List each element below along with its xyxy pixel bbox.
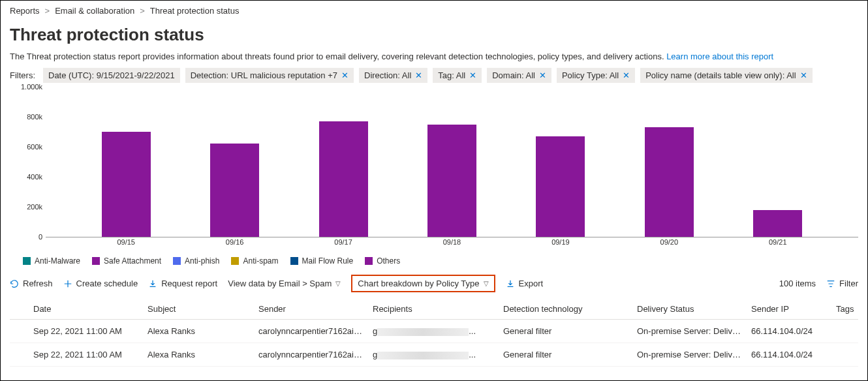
filter-pill[interactable]: Domain: All✕	[487, 68, 551, 83]
page-description: The Threat protection status report prov…	[10, 52, 858, 61]
filter-pill[interactable]: Detection: URL malicious reputation +7✕	[185, 68, 354, 83]
table-row[interactable]: Sep 22, 2021 11:00 AMAlexa Rankscarolynn…	[10, 320, 858, 343]
legend-item[interactable]: Others	[365, 256, 400, 266]
chart-bar[interactable]	[645, 127, 694, 237]
filter-pill[interactable]: Policy Type: All✕	[557, 68, 635, 83]
breadcrumb-item[interactable]: Email & collaboration	[55, 6, 134, 16]
close-icon[interactable]: ✕	[415, 70, 422, 80]
item-count: 100 items	[779, 279, 816, 288]
filter-pill[interactable]: Date (UTC): 9/15/2021-9/22/2021	[43, 68, 180, 83]
filter-icon	[826, 279, 835, 288]
data-table: DateSubjectSenderRecipientsDetection tec…	[10, 299, 858, 367]
export-button[interactable]: Export	[506, 279, 544, 288]
table-header[interactable]: Recipients	[369, 299, 499, 320]
filter-pill[interactable]: Tag: All✕	[433, 68, 482, 83]
chart-x-tick: 09/20	[636, 238, 702, 246]
download-icon	[148, 279, 157, 288]
table-header[interactable]: Detection technology	[499, 299, 633, 320]
plus-icon	[63, 279, 72, 288]
toolbar: Refresh Create schedule Request report V…	[10, 275, 858, 292]
chart-bar[interactable]	[753, 210, 802, 237]
filters-row: Filters: Date (UTC): 9/15/2021-9/22/2021…	[10, 68, 858, 83]
breadcrumb-item[interactable]: Reports	[10, 6, 40, 16]
legend-swatch	[23, 257, 31, 265]
chart-breakdown-dropdown[interactable]: Chart breakdown by Policy Type ▽	[351, 275, 495, 292]
chart-legend: Anti-MalwareSafe AttachmentAnti-phishAnt…	[10, 256, 858, 266]
close-icon[interactable]: ✕	[539, 70, 546, 80]
filter-pill[interactable]: Policy name (details table view only): A…	[640, 68, 813, 83]
redacted-text	[377, 328, 469, 336]
table-header[interactable]: Date	[29, 299, 144, 320]
filter-button[interactable]: Filter	[826, 279, 858, 288]
chart-x-tick: 09/18	[419, 238, 484, 246]
breadcrumb: Reports>Email & collaboration>Threat pro…	[10, 6, 858, 16]
refresh-icon	[10, 279, 19, 288]
table-header[interactable]: Sender IP	[747, 299, 832, 320]
redacted-text	[377, 352, 469, 359]
chart-bar[interactable]	[427, 125, 476, 237]
table-header[interactable]: Sender	[255, 299, 369, 320]
create-schedule-button[interactable]: Create schedule	[63, 279, 138, 288]
legend-swatch	[365, 257, 373, 265]
legend-swatch	[290, 257, 298, 265]
view-data-dropdown[interactable]: View data by Email > Spam ▽	[228, 279, 341, 288]
chart-x-tick: 09/21	[745, 238, 811, 246]
chart-bar[interactable]	[210, 144, 259, 237]
chevron-down-icon: ▽	[335, 280, 341, 287]
close-icon[interactable]: ✕	[469, 70, 476, 80]
chart-x-tick: 09/15	[93, 238, 159, 246]
chart-bar[interactable]	[319, 121, 368, 237]
table-header[interactable]: Subject	[144, 299, 255, 320]
request-report-button[interactable]: Request report	[148, 279, 217, 288]
filters-label: Filters:	[10, 70, 35, 80]
page-title: Threat protection status	[10, 25, 858, 45]
chart-plot	[46, 87, 858, 237]
chart-x-tick: 09/17	[311, 238, 376, 246]
legend-swatch	[231, 257, 239, 265]
legend-swatch	[92, 257, 100, 265]
learn-more-link[interactable]: Learn more about this report	[666, 52, 773, 61]
chart: 0200k400k600k800k1.000k 09/1509/1609/170…	[10, 87, 858, 254]
refresh-button[interactable]: Refresh	[10, 279, 53, 288]
legend-item[interactable]: Anti-spam	[231, 256, 278, 266]
table-header[interactable]: Tags	[832, 299, 858, 320]
chart-x-tick: 09/19	[528, 238, 593, 246]
close-icon[interactable]: ✕	[623, 70, 630, 80]
download-icon	[506, 279, 515, 288]
chart-bar[interactable]	[536, 136, 585, 237]
legend-item[interactable]: Safe Attachment	[92, 256, 161, 266]
close-icon[interactable]: ✕	[341, 70, 349, 80]
table-row[interactable]: Sep 22, 2021 11:00 AMAlexa Rankscarolynn…	[10, 343, 858, 367]
chart-x-axis: 09/1509/1609/1709/1809/1909/2009/21	[46, 238, 858, 246]
table-header[interactable]: Delivery Status	[633, 299, 747, 320]
chart-bar[interactable]	[102, 132, 151, 237]
legend-item[interactable]: Mail Flow Rule	[290, 256, 354, 266]
legend-item[interactable]: Anti-phish	[173, 256, 219, 266]
filter-pill[interactable]: Direction: All✕	[359, 68, 427, 83]
legend-item[interactable]: Anti-Malware	[23, 256, 80, 266]
close-icon[interactable]: ✕	[800, 70, 807, 80]
breadcrumb-item: Threat protection status	[150, 6, 240, 16]
chevron-down-icon: ▽	[484, 280, 489, 287]
chart-y-axis: 0200k400k600k800k1.000k	[10, 87, 42, 237]
legend-swatch	[173, 257, 181, 265]
chart-x-tick: 09/16	[202, 238, 268, 246]
